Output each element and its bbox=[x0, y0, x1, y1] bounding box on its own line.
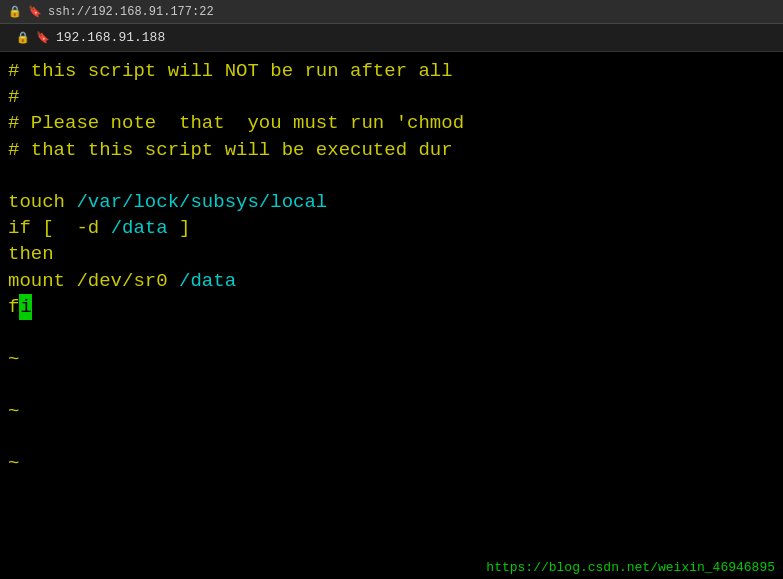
titlebar-lock-icon: 🔒 bbox=[8, 5, 22, 18]
line-5-empty bbox=[8, 163, 775, 189]
line-7: if [ -d /data ] bbox=[8, 215, 775, 241]
tab-ip: 192.168.91.188 bbox=[56, 30, 165, 45]
line-12: ~ bbox=[8, 346, 775, 372]
line-14: ~ bbox=[8, 398, 775, 424]
line-13-empty bbox=[8, 372, 775, 398]
title-bar: 🔒 🔖 ssh://192.168.91.177:22 bbox=[0, 0, 783, 24]
line-8: then bbox=[8, 241, 775, 267]
line-1: # this script will NOT be run after all bbox=[8, 58, 775, 84]
line-15-empty bbox=[8, 424, 775, 450]
terminal-content: # this script will NOT be run after all … bbox=[0, 52, 783, 579]
line-6: touch /var/lock/subsys/local bbox=[8, 189, 775, 215]
line-16: ~ bbox=[8, 450, 775, 476]
tab-item[interactable]: 🔒 🔖 192.168.91.188 bbox=[8, 30, 173, 45]
tab-bookmark-icon: 🔖 bbox=[36, 31, 50, 44]
line-9: mount /dev/sr0 /data bbox=[8, 268, 775, 294]
line-10: fi bbox=[8, 294, 775, 320]
line-3: # Please note that you must run 'chmod bbox=[8, 110, 775, 136]
titlebar-bookmark-icon: 🔖 bbox=[28, 5, 42, 18]
titlebar-title: ssh://192.168.91.177:22 bbox=[48, 5, 214, 19]
tab-bar[interactable]: 🔒 🔖 192.168.91.188 bbox=[0, 24, 783, 52]
line-2: # bbox=[8, 84, 775, 110]
tab-lock-icon: 🔒 bbox=[16, 31, 30, 44]
cursor: i bbox=[19, 294, 32, 320]
bottom-url: https://blog.csdn.net/weixin_46946895 bbox=[486, 560, 775, 575]
line-4: # that this script will be executed dur bbox=[8, 137, 775, 163]
line-11-empty bbox=[8, 320, 775, 346]
